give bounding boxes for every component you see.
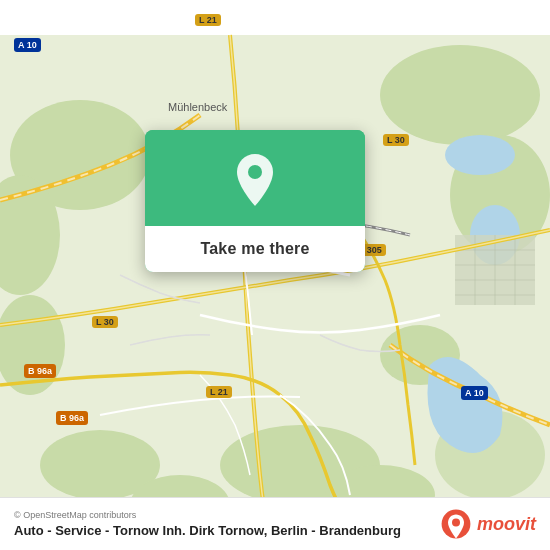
take-me-there-button[interactable]: Take me there: [145, 226, 365, 272]
svg-point-25: [248, 165, 262, 179]
moovit-logo: moovit: [440, 508, 536, 540]
place-name: Auto - Service - Tornow Inh. Dirk Tornow…: [14, 523, 440, 538]
road-badge-a10-br: A 10: [461, 386, 488, 400]
road-badge-l30-bl: L 30: [92, 316, 118, 328]
svg-point-12: [445, 135, 515, 175]
bottom-bar: © OpenStreetMap contributors Auto - Serv…: [0, 497, 550, 550]
road-badge-l21-b: L 21: [206, 386, 232, 398]
road-badge-l30-tr: L 30: [383, 134, 409, 146]
attribution-text: © OpenStreetMap contributors: [14, 510, 440, 520]
road-badge-a10-tl: A 10: [14, 38, 41, 52]
map-container: Mühlenbeck Dreieck P... A 10 L 21 L 30 L…: [0, 0, 550, 550]
moovit-icon: [440, 508, 472, 540]
svg-point-27: [452, 518, 460, 526]
info-card: Take me there: [145, 130, 365, 272]
road-badge-b96a-1: B 96a: [24, 364, 56, 378]
map-background: Mühlenbeck Dreieck P...: [0, 0, 550, 550]
card-icon-area: [145, 130, 365, 226]
road-badge-l21-t: L 21: [195, 14, 221, 26]
bottom-info: © OpenStreetMap contributors Auto - Serv…: [14, 510, 440, 538]
svg-point-3: [380, 45, 540, 145]
location-pin-icon: [231, 152, 279, 208]
road-badge-b96a-2: B 96a: [56, 411, 88, 425]
svg-text:Mühlenbeck: Mühlenbeck: [168, 101, 228, 113]
moovit-brand-text: moovit: [477, 514, 536, 535]
